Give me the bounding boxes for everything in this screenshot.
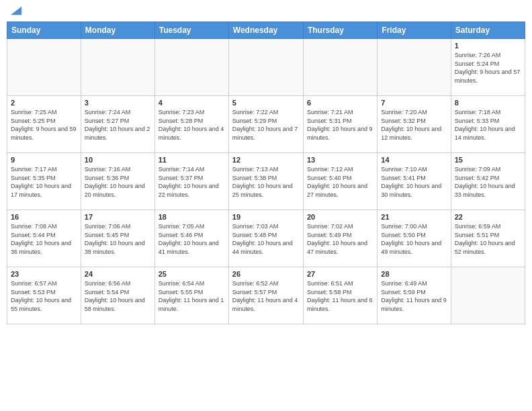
svg-marker-0 [11,7,21,15]
logo [9,7,23,16]
day-info: Sunrise: 7:24 AM Sunset: 5:27 PM Dayligh… [85,108,151,142]
calendar-cell: 27Sunrise: 6:51 AM Sunset: 5:58 PM Dayli… [303,267,377,324]
day-number: 24 [85,270,151,278]
calendar-table: SundayMondayTuesdayWednesdayThursdayFrid… [7,21,525,324]
weekday-header-saturday: Saturday [451,22,525,39]
day-info: Sunrise: 6:52 AM Sunset: 5:57 PM Dayligh… [232,279,300,313]
day-number: 15 [455,156,521,164]
calendar-cell: 20Sunrise: 7:02 AM Sunset: 5:49 PM Dayli… [303,210,377,267]
day-info: Sunrise: 7:25 AM Sunset: 5:25 PM Dayligh… [11,108,77,142]
day-info: Sunrise: 6:57 AM Sunset: 5:53 PM Dayligh… [11,279,77,313]
calendar-cell: 13Sunrise: 7:12 AM Sunset: 5:40 PM Dayli… [303,153,377,210]
day-number: 22 [455,213,521,221]
day-number: 26 [232,270,300,278]
calendar-cell [7,39,81,96]
day-info: Sunrise: 7:08 AM Sunset: 5:44 PM Dayligh… [11,222,77,256]
page: SundayMondayTuesdayWednesdayThursdayFrid… [0,0,532,411]
calendar-cell: 11Sunrise: 7:14 AM Sunset: 5:37 PM Dayli… [154,153,228,210]
day-number: 10 [85,156,151,164]
calendar-cell: 1Sunrise: 7:26 AM Sunset: 5:24 PM Daylig… [451,39,525,96]
day-info: Sunrise: 6:59 AM Sunset: 5:51 PM Dayligh… [455,222,521,256]
calendar-cell: 12Sunrise: 7:13 AM Sunset: 5:38 PM Dayli… [228,153,303,210]
calendar-cell: 9Sunrise: 7:17 AM Sunset: 5:35 PM Daylig… [7,153,81,210]
week-row-0: 1Sunrise: 7:26 AM Sunset: 5:24 PM Daylig… [7,39,525,96]
weekday-header-monday: Monday [81,22,154,39]
logo-icon [11,4,23,16]
day-info: Sunrise: 7:17 AM Sunset: 5:35 PM Dayligh… [11,165,77,199]
weekday-header-friday: Friday [378,22,451,39]
weekday-header-thursday: Thursday [303,22,377,39]
day-info: Sunrise: 7:21 AM Sunset: 5:31 PM Dayligh… [307,108,373,142]
day-number: 11 [159,156,225,164]
calendar-cell [303,39,377,96]
day-info: Sunrise: 7:05 AM Sunset: 5:46 PM Dayligh… [159,222,225,256]
day-number: 17 [85,213,151,221]
day-number: 21 [381,213,447,221]
calendar-cell [81,39,154,96]
calendar-cell: 21Sunrise: 7:00 AM Sunset: 5:50 PM Dayli… [378,210,451,267]
calendar-cell: 17Sunrise: 7:06 AM Sunset: 5:45 PM Dayli… [81,210,154,267]
weekday-header-row: SundayMondayTuesdayWednesdayThursdayFrid… [7,22,525,39]
week-row-3: 16Sunrise: 7:08 AM Sunset: 5:44 PM Dayli… [7,210,525,267]
day-info: Sunrise: 7:18 AM Sunset: 5:33 PM Dayligh… [455,108,521,142]
day-info: Sunrise: 7:02 AM Sunset: 5:49 PM Dayligh… [307,222,373,256]
calendar-cell: 19Sunrise: 7:03 AM Sunset: 5:48 PM Dayli… [228,210,303,267]
day-number: 14 [381,156,447,164]
day-number: 23 [11,270,77,278]
calendar-cell: 16Sunrise: 7:08 AM Sunset: 5:44 PM Dayli… [7,210,81,267]
weekday-header-sunday: Sunday [7,22,81,39]
calendar-cell: 15Sunrise: 7:09 AM Sunset: 5:42 PM Dayli… [451,153,525,210]
calendar-cell: 8Sunrise: 7:18 AM Sunset: 5:33 PM Daylig… [451,96,525,153]
day-info: Sunrise: 7:00 AM Sunset: 5:50 PM Dayligh… [381,222,447,256]
day-number: 16 [11,213,77,221]
calendar-cell [154,39,228,96]
calendar-cell [378,39,451,96]
weekday-header-tuesday: Tuesday [154,22,228,39]
day-number: 1 [455,42,521,50]
weekday-header-wednesday: Wednesday [228,22,303,39]
calendar-cell: 25Sunrise: 6:54 AM Sunset: 5:55 PM Dayli… [154,267,228,324]
day-number: 7 [381,99,447,107]
day-info: Sunrise: 7:10 AM Sunset: 5:41 PM Dayligh… [381,165,447,199]
day-info: Sunrise: 7:16 AM Sunset: 5:36 PM Dayligh… [85,165,151,199]
day-number: 3 [85,99,151,107]
calendar-cell: 23Sunrise: 6:57 AM Sunset: 5:53 PM Dayli… [7,267,81,324]
day-info: Sunrise: 7:13 AM Sunset: 5:38 PM Dayligh… [232,165,300,199]
week-row-4: 23Sunrise: 6:57 AM Sunset: 5:53 PM Dayli… [7,267,525,324]
day-number: 4 [159,99,225,107]
week-row-2: 9Sunrise: 7:17 AM Sunset: 5:35 PM Daylig… [7,153,525,210]
day-number: 18 [159,213,225,221]
day-info: Sunrise: 6:51 AM Sunset: 5:58 PM Dayligh… [307,279,373,313]
day-number: 25 [159,270,225,278]
day-info: Sunrise: 7:09 AM Sunset: 5:42 PM Dayligh… [455,165,521,199]
week-row-1: 2Sunrise: 7:25 AM Sunset: 5:25 PM Daylig… [7,96,525,153]
calendar-cell [451,267,525,324]
header [7,7,525,16]
day-number: 5 [232,99,300,107]
calendar-cell: 22Sunrise: 6:59 AM Sunset: 5:51 PM Dayli… [451,210,525,267]
day-number: 8 [455,99,521,107]
day-number: 6 [307,99,373,107]
calendar-cell: 4Sunrise: 7:23 AM Sunset: 5:28 PM Daylig… [154,96,228,153]
calendar-cell: 26Sunrise: 6:52 AM Sunset: 5:57 PM Dayli… [228,267,303,324]
calendar-cell: 24Sunrise: 6:56 AM Sunset: 5:54 PM Dayli… [81,267,154,324]
day-number: 20 [307,213,373,221]
day-info: Sunrise: 7:06 AM Sunset: 5:45 PM Dayligh… [85,222,151,256]
day-number: 12 [232,156,300,164]
day-info: Sunrise: 7:22 AM Sunset: 5:29 PM Dayligh… [232,108,300,142]
day-number: 27 [307,270,373,278]
day-info: Sunrise: 7:26 AM Sunset: 5:24 PM Dayligh… [455,51,521,85]
calendar-cell: 7Sunrise: 7:20 AM Sunset: 5:32 PM Daylig… [378,96,451,153]
day-info: Sunrise: 6:49 AM Sunset: 5:59 PM Dayligh… [381,279,447,313]
day-info: Sunrise: 6:54 AM Sunset: 5:55 PM Dayligh… [159,279,225,313]
day-number: 2 [11,99,77,107]
calendar-cell [228,39,303,96]
day-info: Sunrise: 6:56 AM Sunset: 5:54 PM Dayligh… [85,279,151,313]
day-number: 19 [232,213,300,221]
day-info: Sunrise: 7:03 AM Sunset: 5:48 PM Dayligh… [232,222,300,256]
calendar-cell: 2Sunrise: 7:25 AM Sunset: 5:25 PM Daylig… [7,96,81,153]
calendar-cell: 6Sunrise: 7:21 AM Sunset: 5:31 PM Daylig… [303,96,377,153]
day-number: 13 [307,156,373,164]
calendar-cell: 10Sunrise: 7:16 AM Sunset: 5:36 PM Dayli… [81,153,154,210]
calendar-cell: 18Sunrise: 7:05 AM Sunset: 5:46 PM Dayli… [154,210,228,267]
